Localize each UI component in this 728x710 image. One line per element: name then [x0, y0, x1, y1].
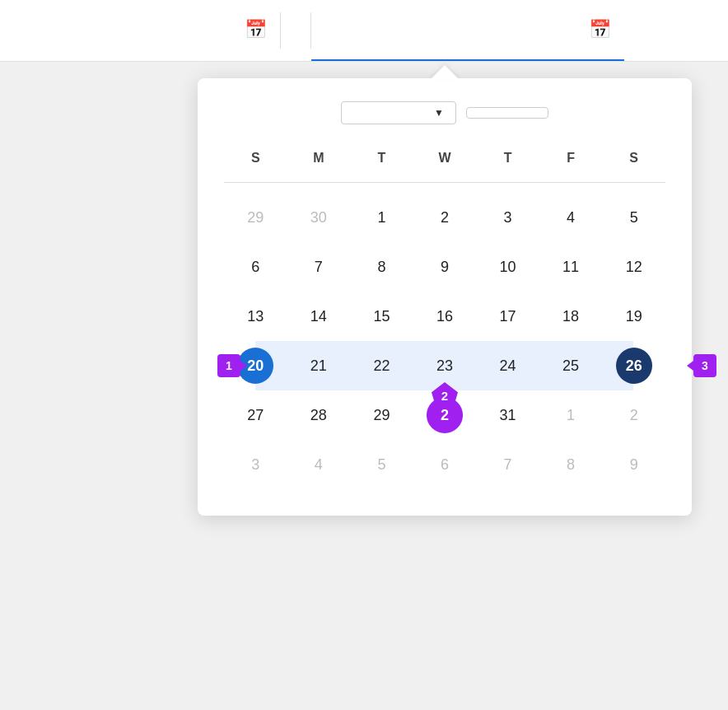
- day-cell[interactable]: 1: [350, 193, 413, 242]
- day-cell[interactable]: 30: [287, 193, 351, 242]
- day-cell[interactable]: 4: [539, 193, 603, 242]
- to-date-wrapper: 📅: [311, 0, 624, 61]
- day-header-sun: S: [224, 144, 287, 175]
- day-cell[interactable]: 15: [350, 292, 413, 341]
- day-number: 8: [363, 249, 399, 285]
- day-cell[interactable]: 17: [476, 292, 539, 341]
- day-header-mon: M: [287, 144, 351, 175]
- calendar-grid: S M T W T F S 29301234567891011121314151…: [224, 144, 665, 489]
- separator-to: [281, 30, 310, 31]
- day-cell[interactable]: 22: [350, 341, 413, 390]
- day-cell[interactable]: 18: [539, 292, 603, 341]
- day-cell[interactable]: 12: [602, 242, 665, 292]
- day-number: 6: [237, 249, 273, 285]
- day-cell[interactable]: 8: [350, 242, 413, 292]
- day-number: 12: [616, 249, 652, 285]
- day-cell[interactable]: 13: [224, 292, 287, 341]
- day-cell[interactable]: 5: [602, 193, 665, 242]
- day-number: 19: [616, 298, 652, 334]
- day-number: 5: [616, 199, 652, 236]
- day-number: 24: [490, 348, 526, 384]
- day-cell[interactable]: 16: [413, 292, 477, 341]
- annotation-badge-1: 1: [217, 354, 240, 377]
- day-number: 22: [363, 348, 399, 384]
- month-select[interactable]: ▼: [341, 101, 456, 124]
- day-cell[interactable]: 1: [539, 390, 603, 440]
- day-number: 13: [237, 298, 273, 334]
- day-cell[interactable]: 6: [413, 440, 477, 489]
- day-cell[interactable]: 4: [287, 440, 351, 489]
- day-cell[interactable]: 11: [539, 242, 603, 292]
- day-number: 1: [553, 397, 589, 433]
- day-cell[interactable]: 3: [476, 193, 539, 242]
- day-cell[interactable]: 28: [287, 390, 351, 440]
- day-header-thu: T: [476, 144, 539, 175]
- day-number: 27: [237, 397, 273, 433]
- day-number: 10: [490, 249, 526, 285]
- calendar-popup: ▼ S M T W T F S 293012345678910111213141…: [198, 78, 692, 516]
- day-number: 7: [490, 446, 526, 483]
- year-select[interactable]: [466, 107, 548, 119]
- day-number: 23: [427, 348, 463, 384]
- day-cell[interactable]: 7: [287, 242, 351, 292]
- day-cell[interactable]: 22: [413, 390, 477, 440]
- day-cell[interactable]: 29: [224, 193, 287, 242]
- day-number: 8: [553, 446, 589, 483]
- day-number: 9: [616, 446, 652, 483]
- day-number: 2: [616, 397, 652, 433]
- month-dropdown-arrow: ▼: [434, 107, 444, 119]
- day-number: 1: [363, 199, 399, 236]
- day-number: 2: [427, 199, 463, 236]
- day-cell[interactable]: 27: [224, 390, 287, 440]
- day-cell[interactable]: 31: [476, 390, 539, 440]
- day-number: 17: [490, 298, 526, 334]
- day-cell[interactable]: 9: [413, 242, 477, 292]
- day-cell[interactable]: 29: [350, 390, 413, 440]
- day-number: 18: [553, 298, 589, 334]
- day-number: 4: [553, 199, 589, 236]
- from-date-wrapper: 📅: [0, 0, 280, 61]
- day-cell[interactable]: 8: [539, 440, 603, 489]
- day-cell[interactable]: 9: [602, 440, 665, 489]
- day-number: 29: [237, 199, 273, 236]
- day-cell[interactable]: 120: [224, 341, 287, 390]
- days-grid: 2930123456789101112131415161718191202122…: [224, 193, 665, 489]
- day-number: 7: [301, 249, 337, 285]
- day-cell[interactable]: 2: [413, 193, 477, 242]
- day-cell[interactable]: 24: [476, 341, 539, 390]
- day-cell[interactable]: 25: [539, 341, 603, 390]
- day-number: 9: [427, 249, 463, 285]
- day-number: 14: [301, 298, 337, 334]
- day-cell[interactable]: 21: [287, 341, 351, 390]
- from-calendar-icon[interactable]: 📅: [245, 19, 267, 40]
- day-number: 15: [363, 298, 399, 334]
- day-number: 26: [616, 348, 652, 384]
- day-number: 3: [490, 199, 526, 236]
- day-number: 21: [301, 348, 337, 384]
- day-cell[interactable]: 19: [602, 292, 665, 341]
- day-header-tue: T: [350, 144, 413, 175]
- day-number: 29: [363, 397, 399, 433]
- day-cell[interactable]: 2: [602, 390, 665, 440]
- day-cell[interactable]: 7: [476, 440, 539, 489]
- day-number: 28: [301, 397, 337, 433]
- day-headers: S M T W T F S: [224, 144, 665, 175]
- day-number: 3: [237, 446, 273, 483]
- prev-month-button[interactable]: [224, 110, 237, 116]
- date-range-bar: 📅 📅: [0, 0, 728, 62]
- day-cell[interactable]: 14: [287, 292, 351, 341]
- day-number: 11: [553, 249, 589, 285]
- day-number: 16: [427, 298, 463, 334]
- day-number: 30: [301, 199, 337, 236]
- day-cell[interactable]: 10: [476, 242, 539, 292]
- month-year-row: ▼: [237, 101, 652, 124]
- day-number: 25: [553, 348, 589, 384]
- day-cell[interactable]: 6: [224, 242, 287, 292]
- next-month-button[interactable]: [652, 110, 665, 116]
- to-calendar-icon[interactable]: 📅: [589, 19, 611, 40]
- day-cell[interactable]: 263: [602, 341, 665, 390]
- day-cell[interactable]: 5: [350, 440, 413, 489]
- calendar-header: ▼: [224, 101, 665, 124]
- day-cell[interactable]: 3: [224, 440, 287, 489]
- day-header-wed: W: [413, 144, 477, 175]
